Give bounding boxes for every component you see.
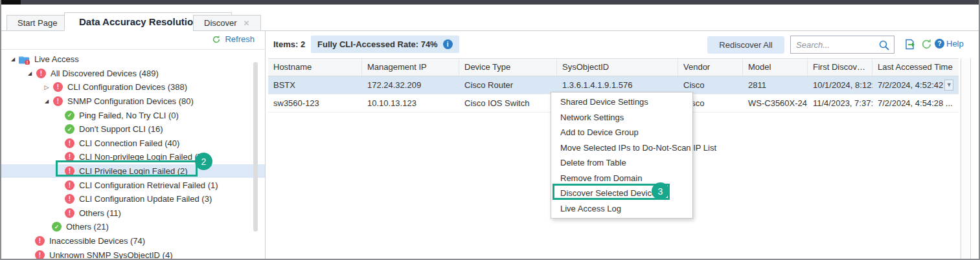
help-label: Help xyxy=(946,39,964,49)
cell-hostname: sw3560-123 xyxy=(268,94,362,112)
tree-item-label: CLI Configuration Update Failed (3) xyxy=(79,194,212,204)
cell-last-accessed-time: 7/2/2024, 4:54:28 ... xyxy=(872,94,959,112)
column-header-last-accessed-time[interactable]: Last Accessed Time xyxy=(872,59,959,76)
help-button[interactable]: ? Help xyxy=(935,39,964,49)
expander-expanded-icon[interactable]: ◢ xyxy=(41,98,52,104)
info-icon[interactable]: i xyxy=(443,39,453,49)
tree-item-label: All Discovered Devices (489) xyxy=(51,69,159,78)
tree-item-cli-non-privilege-login-failed[interactable]: ! CLI Non-privilege Login Failed (7) xyxy=(1,150,265,164)
tree-panel-header: Refresh xyxy=(1,31,265,50)
tree-item-cli-privilege-login-failed[interactable]: ! CLI Privilege Login Failed (2) xyxy=(1,164,265,179)
error-status-icon: ! xyxy=(65,138,74,148)
cell-first-discovery-time: 10/1/2024, 8:12:5... xyxy=(808,76,872,94)
tree-item-label: CLI Non-privilege Login Failed (7) xyxy=(79,152,205,162)
menu-item-live-access-log[interactable]: Live Access Log xyxy=(551,201,692,217)
tree-item-cli-configuration-retrieval-failed[interactable]: ! CLI Configuration Retrieval Failed (1) xyxy=(1,178,265,192)
cell-last-accessed-time: 7/2/2024, 4:52:42 ▼ xyxy=(872,76,959,94)
export-icon[interactable] xyxy=(904,39,916,50)
tab-start-page[interactable]: Start Page xyxy=(6,15,68,31)
error-status-icon: ! xyxy=(36,69,46,78)
tree-item-ping-failed[interactable]: ✓ Ping Failed, No Try CLI (0) xyxy=(1,108,265,122)
column-header-sysobjectid[interactable]: SysObjectID xyxy=(557,59,678,76)
column-header-management-ip[interactable]: Management IP xyxy=(362,59,459,76)
cell-management-ip: 172.24.32.209 xyxy=(362,76,459,94)
menu-item-discover-selected-devices[interactable]: Discover Selected Device(s) xyxy=(551,186,692,201)
last-accessed-value: 7/2/2024, 4:52:42 xyxy=(878,76,943,94)
tree-item-label: Live Access xyxy=(34,54,79,64)
error-status-icon: ! xyxy=(65,152,74,162)
column-header-hostname[interactable]: Hostname xyxy=(268,59,362,76)
column-header-first-discovery-time[interactable]: First Discovery Ti... xyxy=(808,59,872,76)
error-status-icon: ! xyxy=(65,166,74,176)
tree-item-others-21[interactable]: ✓ Others (21) xyxy=(1,220,265,234)
cli-rate-badge: Fully CLI-Accessed Rate: 74% i xyxy=(311,36,459,53)
cell-management-ip: 10.10.13.123 xyxy=(362,94,459,112)
tab-discover[interactable]: Discover ✕ xyxy=(193,15,261,31)
refresh-icon xyxy=(212,35,221,44)
tree-item-cli-configuration-update-failed[interactable]: ! CLI Configuration Update Failed (3) xyxy=(1,192,265,206)
error-status-icon: ! xyxy=(65,194,74,204)
column-header-vendor[interactable]: Vendor xyxy=(678,59,743,76)
tab-label: Data Accuracy Resolution xyxy=(79,16,199,27)
menu-item-delete-from-table[interactable]: Delete from Table xyxy=(551,155,692,171)
cell-sysobjectid: 1.3.6.1.4.1.9.1.576 xyxy=(557,76,678,94)
cell-hostname: BSTX xyxy=(268,76,362,94)
tree-item-label: Others (11) xyxy=(79,208,121,218)
table-scrollbar[interactable] xyxy=(961,58,971,259)
cell-vendor: Cisco xyxy=(678,76,743,94)
tree-item-inaccessible-devices[interactable]: ! Inaccessible Devices (74) xyxy=(1,234,265,248)
app-window: Start Page Data Accuracy Resolution ✕ Di… xyxy=(0,0,980,260)
chevron-down-icon[interactable]: ▼ xyxy=(944,80,953,91)
cli-rate-label: Fully CLI-Accessed Rate: 74% xyxy=(317,39,438,49)
tree-item-label: CLI Connection Failed (40) xyxy=(79,138,179,148)
tree-item-live-access[interactable]: ◢ ! Live Access xyxy=(1,52,265,67)
column-header-device-type[interactable]: Device Type xyxy=(459,59,557,76)
tree-item-label: CLI Configuration Retrieval Failed (1) xyxy=(79,180,218,190)
tab-bar: Start Page Data Accuracy Resolution ✕ Di… xyxy=(1,5,979,31)
cell-model: WS-C3560X-24 xyxy=(743,94,808,112)
cell-device-type: Cisco IOS Switch xyxy=(459,94,557,112)
items-count: Items: 2 xyxy=(273,39,305,49)
tree-item-snmp-configuration-devices[interactable]: ◢ ! SNMP Configuration Devices (80) xyxy=(1,94,265,109)
tree-item-all-discovered-devices[interactable]: ◢ ! All Discovered Devices (489) xyxy=(1,67,265,81)
refresh-button[interactable]: Refresh xyxy=(212,34,255,44)
tree-item-cli-connection-failed[interactable]: ! CLI Connection Failed (40) xyxy=(1,136,265,151)
window-top-strip xyxy=(0,0,980,5)
menu-item-remove-from-domain[interactable]: Remove from Domain xyxy=(551,171,692,186)
cell-first-discovery-time: 11/4/2023, 7:37:4... xyxy=(808,94,872,112)
tree-item-cli-configuration-devices[interactable]: ▷ ! CLI Configuration Devices (388) xyxy=(1,80,265,94)
menu-item-add-to-device-group[interactable]: Add to Device Group xyxy=(551,125,692,140)
menu-item-network-settings[interactable]: Network Settings xyxy=(551,110,692,125)
tree-item-label: Inaccessible Devices (74) xyxy=(49,236,145,246)
tree-item-others-11[interactable]: ! Others (11) xyxy=(1,206,265,221)
expander-expanded-icon[interactable]: ◢ xyxy=(8,56,18,62)
tree-item-label: SNMP Configuration Devices (80) xyxy=(67,96,194,106)
menu-item-shared-device-settings[interactable]: Shared Device Settings xyxy=(551,94,692,110)
sync-icon[interactable] xyxy=(921,39,932,50)
device-tree: ◢ ! Live Access ◢ ! All Discovered Devic… xyxy=(1,50,265,259)
success-status-icon: ✓ xyxy=(52,222,62,232)
error-status-icon: ! xyxy=(53,82,63,92)
tree-item-label: CLI Privilege Login Failed (2) xyxy=(79,166,188,176)
device-tree-panel: Refresh ◢ ! Live Access ◢ ! A xyxy=(1,31,266,259)
tree-item-dont-support-cli[interactable]: ✓ Don't Support CLI (16) xyxy=(1,122,265,136)
success-status-icon: ✓ xyxy=(65,124,74,134)
error-status-icon: ! xyxy=(53,96,63,106)
search-icon[interactable] xyxy=(878,39,890,51)
menu-item-move-selected-ips[interactable]: Move Selected IPs to Do-Not-Scan IP List xyxy=(551,140,692,156)
search-box xyxy=(790,36,895,54)
error-status-icon: ! xyxy=(65,208,74,218)
rediscover-all-button[interactable]: Rediscover All xyxy=(707,36,784,54)
tree-scrollbar[interactable] xyxy=(253,62,258,232)
close-icon[interactable]: ✕ xyxy=(244,19,250,27)
tree-item-unknown-snmp-sysobjectid[interactable]: ! Unknown SNMP SysObjectID (4) xyxy=(1,248,265,259)
help-icon: ? xyxy=(935,39,944,49)
tree-item-label: Unknown SNMP SysObjectID (4) xyxy=(49,250,173,259)
expander-expanded-icon[interactable]: ◢ xyxy=(25,70,35,76)
success-status-icon: ✓ xyxy=(65,111,74,120)
expander-collapsed-icon[interactable]: ▷ xyxy=(41,84,52,91)
tree-item-label: Don't Support CLI (16) xyxy=(79,124,163,134)
refresh-label: Refresh xyxy=(225,34,255,44)
tree-item-label: CLI Configuration Devices (388) xyxy=(67,82,187,92)
column-header-model[interactable]: Model xyxy=(743,59,808,76)
